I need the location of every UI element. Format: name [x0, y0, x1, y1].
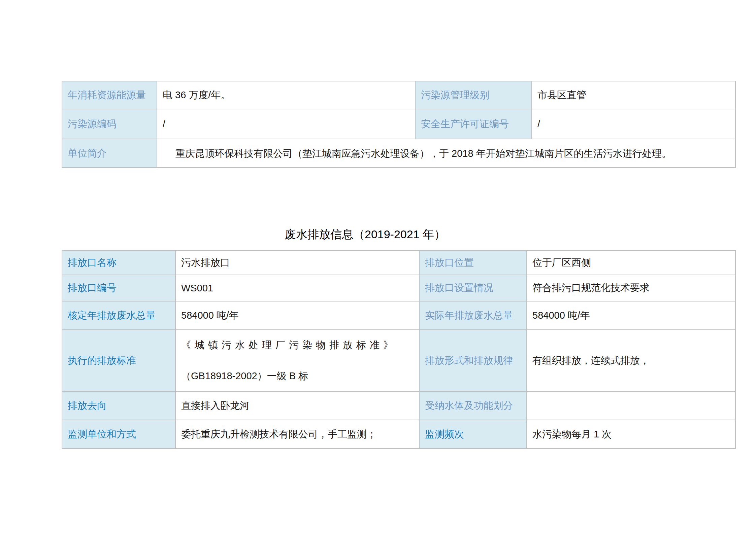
- field-label-annual-energy: 年消耗资源能源量: [62, 81, 157, 109]
- field-value-monitoring-unit: 委托重庆九升检测技术有限公司，手工监测；: [175, 420, 419, 449]
- field-value-company-intro: 重庆昆顶环保科技有限公司（垫江城南应急污水处理设备），于 2018 年开始对垫江…: [157, 139, 735, 168]
- field-label-management-level: 污染源管理级别: [415, 81, 532, 109]
- standard-code-line: （GB18918-2002）一级 B 标: [181, 369, 414, 383]
- field-value-discharge-destination: 直接排入卧龙河: [175, 391, 419, 420]
- field-label-company-intro: 单位简介: [62, 139, 157, 168]
- field-value-outlet-name: 污水排放口: [175, 250, 419, 275]
- field-label-discharge-destination: 排放去向: [62, 391, 175, 420]
- field-label-source-code: 污染源编码: [62, 109, 157, 139]
- row-monitoring-unit: 监测单位和方式 委托重庆九升检测技术有限公司，手工监测； 监测频次 水污染物每月…: [62, 420, 735, 449]
- field-value-discharge-standard: 《城镇污水处理厂污染物排放标准》 （GB18918-2002）一级 B 标: [175, 330, 419, 391]
- field-label-discharge-standard: 执行的排放标准: [62, 330, 175, 391]
- field-label-monitoring-unit: 监测单位和方式: [62, 420, 175, 449]
- standard-name-line: 《城镇污水处理厂污染物排放标准》: [181, 339, 414, 352]
- row-outlet-number: 排放口编号 WS001 排放口设置情况 符合排污口规范化技术要求: [62, 275, 735, 301]
- field-label-actual-discharge: 实际年排放废水总量: [419, 301, 527, 330]
- row-discharge-standard: 执行的排放标准 《城镇污水处理厂污染物排放标准》 （GB18918-2002）一…: [62, 330, 735, 391]
- field-label-outlet-setup: 排放口设置情况: [419, 275, 527, 301]
- row-approved-discharge: 核定年排放废水总量 584000 吨/年 实际年排放废水总量 584000 吨/…: [62, 301, 735, 330]
- row-outlet-name: 排放口名称 污水排放口 排放口位置 位于厂区西侧: [62, 250, 735, 275]
- field-label-outlet-number: 排放口编号: [62, 275, 175, 301]
- row-company-intro: 单位简介 重庆昆顶环保科技有限公司（垫江城南应急污水处理设备），于 2018 年…: [62, 139, 735, 168]
- field-value-receiving-water: [527, 391, 735, 420]
- field-value-outlet-setup: 符合排污口规范化技术要求: [527, 275, 735, 301]
- document-page: 年消耗资源能源量 电 36 万度/年。 污染源管理级别 市县区直管 污染源编码 …: [0, 0, 756, 534]
- field-label-discharge-form: 排放形式和排放规律: [419, 330, 527, 391]
- wastewater-table: 排放口名称 污水排放口 排放口位置 位于厂区西侧 排放口编号 WS001 排放口…: [62, 250, 736, 449]
- field-value-annual-energy: 电 36 万度/年。: [157, 81, 415, 109]
- field-value-monitoring-frequency: 水污染物每月 1 次: [527, 420, 735, 449]
- field-value-management-level: 市县区直管: [532, 81, 735, 109]
- field-label-outlet-name: 排放口名称: [62, 250, 175, 275]
- row-pollution-source-code: 污染源编码 / 安全生产许可证编号 /: [62, 109, 735, 139]
- field-value-safety-license: /: [532, 109, 735, 139]
- field-value-outlet-location: 位于厂区西侧: [527, 250, 735, 275]
- section-title-wastewater: 废水排放信息（2019-2021 年）: [62, 226, 668, 242]
- field-value-discharge-form: 有组织排放，连续式排放，: [527, 330, 735, 391]
- row-discharge-destination: 排放去向 直接排入卧龙河 受纳水体及功能划分: [62, 391, 735, 420]
- field-label-receiving-water: 受纳水体及功能划分: [419, 391, 527, 420]
- field-label-outlet-location: 排放口位置: [419, 250, 527, 275]
- field-value-outlet-number: WS001: [175, 275, 419, 301]
- field-value-source-code: /: [157, 109, 415, 139]
- field-label-monitoring-frequency: 监测频次: [419, 420, 527, 449]
- row-annual-energy: 年消耗资源能源量 电 36 万度/年。 污染源管理级别 市县区直管: [62, 81, 735, 109]
- field-label-safety-license: 安全生产许可证编号: [415, 109, 532, 139]
- field-value-actual-discharge: 584000 吨/年: [527, 301, 735, 330]
- basic-info-table: 年消耗资源能源量 电 36 万度/年。 污染源管理级别 市县区直管 污染源编码 …: [62, 81, 736, 168]
- field-value-approved-discharge: 584000 吨/年: [175, 301, 419, 330]
- field-label-approved-discharge: 核定年排放废水总量: [62, 301, 175, 330]
